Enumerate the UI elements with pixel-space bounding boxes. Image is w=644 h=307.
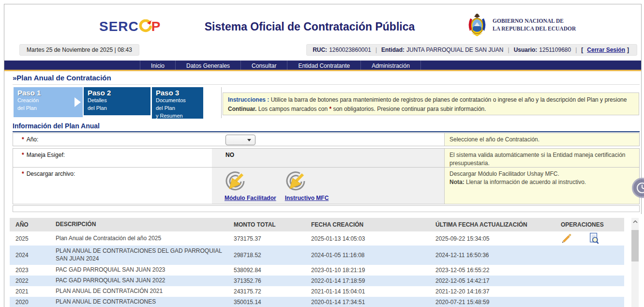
anio-label: *Año: xyxy=(13,133,212,146)
descargar-label: *Descargar archivo: xyxy=(13,168,212,204)
table-row: 2025 Plan Anual de Contratación del año … xyxy=(10,231,624,246)
bracket-close: ] xyxy=(627,46,629,53)
government-text: GOBIERNO NACIONAL DE LA REPUBLICA DEL EC… xyxy=(493,17,576,32)
scroll-up-arrow-icon[interactable] xyxy=(631,218,639,226)
datetime-display: Martes 25 de Noviembre de 2025 | 08:43 xyxy=(19,44,139,56)
logout-link[interactable]: Cerrar Sesión xyxy=(587,46,625,53)
col-header-descripcion: DESCRIPCIÓN xyxy=(53,221,234,229)
form-row-descargar: *Descargar archivo: Módulo Facilitador xyxy=(13,167,640,204)
edit-pencil-icon[interactable] xyxy=(561,233,571,244)
form-row-esigef: *Maneja Esigef: NO El sistema valida aut… xyxy=(13,148,640,168)
instructions-label: Instrucciones : xyxy=(228,96,269,103)
app-title: Sistema Oficial de Contratación Pública xyxy=(189,20,431,33)
col-header-ultima-fecha: ÚLTIMA FECHA ACTUALIZACIÓN xyxy=(435,221,554,228)
year-select[interactable] xyxy=(225,135,255,145)
main-menu: Inicio Datos Generales Consultar Entidad… xyxy=(4,61,641,71)
preview-document-icon[interactable] xyxy=(589,232,599,245)
section-title: Información del Plan Anual xyxy=(13,122,640,132)
step-1-title: Paso 1 xyxy=(17,89,79,97)
table-row: 2020 PLAN ANUAL DE CONTRATACIONES 350015… xyxy=(10,297,624,307)
table-row: 2021 PLAN ANUAL DE CONTRATACIÓN 2021 243… xyxy=(10,286,624,297)
plans-table: AÑO DESCRIPCIÓN MONTO TOTAL FECHA CREACI… xyxy=(10,218,624,307)
wizard-step-2[interactable]: Paso 2 Detalles del Plan xyxy=(84,87,150,115)
logo-swirl-o-icon xyxy=(139,18,151,35)
menu-item-inicio[interactable]: Inicio xyxy=(140,61,176,70)
logo-text-serc: SERC xyxy=(99,19,139,34)
form-row-anio: *Año: Seleccione el año de Contratación. xyxy=(13,133,640,146)
session-info-bar: RUC: 1260023860001 | Entidad: JUNTA PARR… xyxy=(306,44,637,56)
ruc-value: 1260023860001 xyxy=(329,46,371,53)
col-header-anio: AÑO xyxy=(10,221,53,228)
logo-text-p: P xyxy=(151,19,161,34)
vertical-scrollbar[interactable] xyxy=(631,218,639,307)
wizard-step-1[interactable]: Paso 1 Creación del Plan xyxy=(14,87,83,117)
table-row: 2022 PAC GAD PARROQUIAL SAN JUAN 2022 37… xyxy=(10,276,624,286)
step-3-title: Paso 3 xyxy=(156,89,199,97)
table-row: 2023 PAC GAD PARROQUIAL SAN JUAN 2023 53… xyxy=(10,265,624,276)
instructions-divider xyxy=(221,87,222,118)
esigef-label: *Maneja Esigef: xyxy=(13,149,212,167)
entity-label: Entidad: xyxy=(381,46,404,53)
anio-help: Seleccione el año de Contratación. xyxy=(444,133,639,146)
col-header-monto: MONTO TOTAL xyxy=(234,221,311,228)
step-2-title: Paso 2 xyxy=(88,89,147,97)
page-heading: »Plan Anual de Contratación xyxy=(13,74,640,85)
bracket-open: [ xyxy=(581,46,583,53)
table-row: 2024 PLAN ANUAL DE CONTRATACIONES DEL GA… xyxy=(10,246,624,265)
government-branding: GOBIERNO NACIONAL DE LA REPUBLICA DEL EC… xyxy=(465,12,576,39)
entity-value: JUNTA PARROQUIAL DE SAN JUAN xyxy=(406,46,503,53)
esigef-value: NO xyxy=(225,152,444,158)
page: SERC P Sistema Oficial de Contratación P… xyxy=(0,0,644,307)
download-cursor-icon xyxy=(225,171,247,194)
ruc-label: RUC: xyxy=(313,46,327,53)
download-cursor-icon xyxy=(285,171,307,194)
menu-item-consultar[interactable]: Consultar xyxy=(241,61,287,70)
menu-item-datos-generales[interactable]: Datos Generales xyxy=(176,61,241,70)
form-footer-row xyxy=(13,205,640,212)
ecuador-coat-of-arms-icon xyxy=(465,12,489,39)
modulo-facilitador-download[interactable]: Módulo Facilitador xyxy=(225,171,276,201)
wizard-step-3[interactable]: Paso 3 Documentos del Plan y Resumen xyxy=(152,87,203,119)
instructions-box: Instrucciones : Utilice la barra de boto… xyxy=(223,92,639,115)
instructivo-mfc-download[interactable]: Instructivo MFC xyxy=(285,171,329,201)
col-header-fecha-creacion: FECHA CREACIÓN xyxy=(311,221,435,228)
esigef-help: El sistema valida automáticamente si la … xyxy=(444,149,639,167)
menu-item-administracion[interactable]: Administración xyxy=(361,61,421,70)
sercop-logo: SERC P xyxy=(99,18,161,35)
scrollbar-thumb[interactable] xyxy=(631,230,639,261)
descargar-help: Descargar Módulo Facilitador Ushay MFC. … xyxy=(444,168,639,204)
menu-item-entidad-contratante[interactable]: Entidad Contratante xyxy=(287,61,361,70)
active-step-arrow-icon xyxy=(75,97,81,107)
user-label: Usuario: xyxy=(514,46,538,53)
col-header-operaciones: OPERACIONES xyxy=(554,221,624,228)
table-header-row: AÑO DESCRIPCIÓN MONTO TOTAL FECHA CREACI… xyxy=(10,218,624,231)
modulo-facilitador-link[interactable]: Módulo Facilitador xyxy=(225,195,276,201)
instructivo-mfc-link[interactable]: Instructivo MFC xyxy=(285,195,329,201)
user-value: 1251109680 xyxy=(539,46,571,53)
